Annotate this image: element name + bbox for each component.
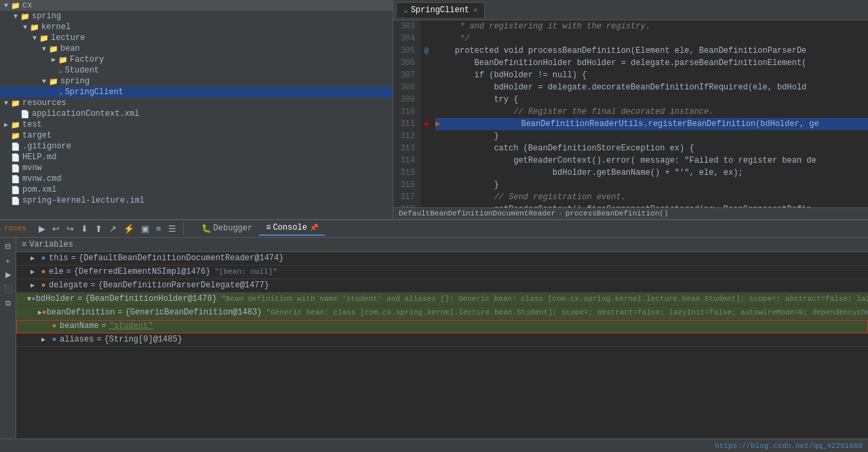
tree-item-Student[interactable]: ☕Student: [0, 65, 393, 76]
tree-icon-file: 📄: [11, 197, 20, 205]
code-line-312: }: [435, 130, 868, 142]
frames-btn[interactable]: ▣: [138, 222, 152, 235]
var-eq-2: =: [91, 281, 96, 290]
line-num-317: 317: [396, 191, 415, 203]
file-tree: ▼📁cx▼📁spring▼📁kernel▼📁lecture▼📁bean▶📁Fac…: [0, 0, 393, 219]
gutter-310: [420, 106, 433, 118]
line-num-316: 316: [396, 179, 415, 191]
resume-btn[interactable]: ▶: [36, 222, 48, 235]
tree-item-gitignore[interactable]: 📄.gitignore: [0, 141, 393, 152]
var-name-4: beanDefinition: [47, 308, 115, 317]
tree-label-spring2: spring: [60, 77, 90, 86]
tree-icon-java: ☕: [58, 66, 63, 75]
gutter-307: [420, 69, 433, 81]
tree-item-mvnwcmd[interactable]: 📄mvnw.cmd: [0, 173, 393, 184]
console-tab-label: Console: [273, 223, 307, 232]
tree-item-spring2[interactable]: ▼📁spring: [0, 76, 393, 87]
tree-item-applicationContext[interactable]: 📄applicationContext.xml: [0, 108, 393, 119]
tree-label-bean: bean: [60, 44, 80, 54]
force-step-btn[interactable]: ⬇: [78, 222, 91, 235]
code-text-307: if (bdHolder != null) {: [435, 69, 587, 81]
code-text-310: // Register the final decorated instance…: [435, 106, 713, 118]
var-expand-0[interactable]: ▶: [27, 254, 38, 262]
code-line-314: getReaderContext().error( message: "Fail…: [435, 155, 868, 167]
breadcrumb-left: DefaultBeanDefinitionDocumentReader: [399, 209, 555, 218]
code-line-307: if (bdHolder != null) {: [435, 69, 868, 81]
tree-item-spring[interactable]: ▼📁spring: [0, 11, 393, 22]
tree-item-target[interactable]: 📁target: [0, 130, 393, 141]
filter-btn[interactable]: ⊟: [2, 241, 14, 253]
run-cursor-btn[interactable]: ↗: [106, 222, 119, 235]
tree-item-pom[interactable]: 📄pom.xml: [0, 184, 393, 195]
tree-item-mvnw[interactable]: 📄mvnw: [0, 163, 393, 173]
exec-arrow: ▶: [435, 118, 440, 130]
var-item-3: ▼● bdHolder = {BeanDefinitionHolder@1478…: [16, 293, 868, 306]
variables-panel: ≡ Variables ▶● this = {DefaultBeanDefini…: [16, 238, 868, 439]
step-out-btn[interactable]: ⬆: [92, 222, 105, 235]
tree-item-Factory[interactable]: ▶📁Factory: [0, 54, 393, 65]
code-text-315: bdHolder.getBeanName() + "'", ele, ex);: [435, 167, 743, 179]
tab-SpringClient[interactable]: ☕SpringClient✕: [396, 2, 485, 18]
tree-item-resources[interactable]: ▼📁resources: [0, 98, 393, 108]
tree-label-target: target: [22, 131, 52, 140]
eval-btn[interactable]: ⚡: [121, 222, 137, 235]
line-num-313: 313: [396, 142, 415, 155]
code-text-311: BeanDefinitionReaderUtils.registerBeanDe…: [443, 118, 819, 130]
debug-bar: roces ▶ ↩ ↪ ⬇ ⬆ ↗ ⚡ ▣ ≡ ☰ 🐛 Debugger ≡ C…: [0, 220, 868, 238]
tab-icon-SpringClient: ☕: [403, 6, 408, 15]
threads-btn[interactable]: ≡: [153, 222, 164, 235]
tree-icon-folder: 📁: [11, 99, 20, 108]
var-eq-0: =: [71, 253, 76, 263]
breadcrumb-right: processBeanDefinition(): [566, 209, 669, 218]
gutter-303: [420, 20, 433, 33]
copy-btn[interactable]: ⧉: [2, 297, 14, 310]
tab-close-SpringClient[interactable]: ✕: [473, 6, 477, 14]
code-text-316: }: [435, 179, 499, 191]
var-expand-2[interactable]: ▶: [27, 281, 38, 289]
add-watch-btn[interactable]: +: [2, 255, 14, 267]
line-num-309: 309: [396, 94, 415, 106]
gutter-314: [420, 155, 433, 167]
tree-item-cx[interactable]: ▼📁cx: [0, 0, 393, 11]
tree-label-spring: spring: [32, 12, 61, 21]
code-text-304: */: [435, 33, 469, 45]
status-url[interactable]: https://blog.csdn.net/qq_42261668: [715, 442, 863, 450]
tree-item-SpringClient[interactable]: ☕SpringClient: [0, 87, 393, 98]
var-val-6: {String[0]@1485}: [104, 335, 182, 344]
var-item-4: ▶● beanDefinition = {GenericBeanDefiniti…: [16, 306, 868, 320]
collapse-all-btn[interactable]: ⬛: [2, 283, 14, 295]
tree-icon-xml: 📄: [11, 186, 20, 194]
step-over-btn[interactable]: ↩: [50, 222, 62, 235]
line-num-308: 308: [396, 81, 415, 94]
var-eq-1: =: [66, 267, 71, 276]
bottom-area: roces ▶ ↩ ↪ ⬇ ⬆ ↗ ⚡ ▣ ≡ ☰ 🐛 Debugger ≡ C…: [0, 219, 868, 439]
tree-item-kernel[interactable]: ▼📁kernel: [0, 22, 393, 33]
line-num-311: 311: [396, 118, 415, 130]
var-expand-6[interactable]: ▶: [38, 335, 49, 344]
step-into-btn[interactable]: ↪: [64, 222, 77, 235]
expand-all-btn[interactable]: ▶: [2, 269, 14, 281]
code-text-313: catch (BeanDefinitionStoreException ex) …: [435, 142, 694, 155]
variables-header: ≡ Variables: [16, 238, 868, 252]
main-area: ▼📁cx▼📁spring▼📁kernel▼📁lecture▼📁bean▶📁Fac…: [0, 0, 868, 219]
var-icon-3: ●: [31, 295, 36, 303]
tree-item-test[interactable]: ▶📁test: [0, 119, 393, 130]
tree-icon-folder: 📁: [11, 1, 20, 10]
var-val-4: {GenericBeanDefinition@1483}: [125, 308, 262, 317]
vars-label: Variables: [29, 240, 73, 249]
settings-btn[interactable]: ☰: [165, 222, 179, 235]
tab-console[interactable]: ≡ Console 📌: [259, 221, 325, 236]
tab-debugger[interactable]: 🐛 Debugger: [195, 222, 260, 236]
gutter-col: @●: [420, 20, 433, 207]
tree-item-spring-kernel-lecture[interactable]: 📄spring-kernel-lecture.iml: [0, 195, 393, 206]
var-eq-6: =: [96, 335, 101, 344]
tree-item-bean[interactable]: ▼📁bean: [0, 43, 393, 54]
tree-icon-file: 📄: [11, 153, 20, 162]
debug-label: roces: [4, 224, 26, 232]
var-name-0: this: [49, 253, 68, 263]
tree-item-lecture[interactable]: ▼📁lecture: [0, 33, 393, 43]
left-gutter: ⊟ + ▶ ⬛ ⧉: [0, 238, 16, 439]
var-expand-1[interactable]: ▶: [27, 268, 38, 276]
tree-item-HELP[interactable]: 📄HELP.md: [0, 152, 393, 163]
var-val-3: {BeanDefinitionHolder@1478}: [85, 294, 216, 304]
